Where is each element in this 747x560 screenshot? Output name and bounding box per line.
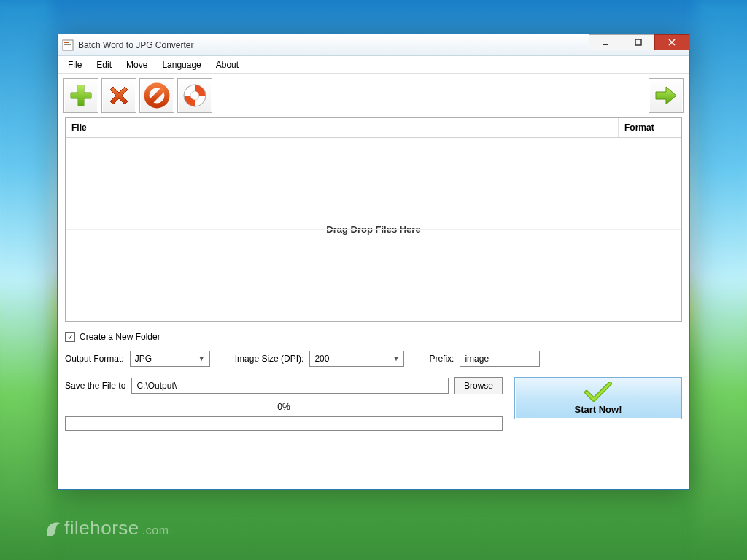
window-controls (589, 34, 689, 55)
next-button[interactable] (649, 78, 684, 113)
minimize-button[interactable] (589, 34, 622, 50)
output-format-select[interactable]: JPG ▼ (130, 351, 210, 367)
save-to-label: Save the File to (65, 381, 125, 391)
svg-point-9 (190, 91, 199, 100)
menu-file[interactable]: File (61, 58, 89, 72)
checkbox-icon: ✓ (65, 332, 75, 342)
help-button[interactable] (177, 78, 212, 113)
svg-rect-5 (635, 39, 641, 45)
output-format-value: JPG (135, 354, 152, 364)
lifebuoy-icon (182, 82, 208, 109)
column-format[interactable]: Format (619, 118, 681, 137)
app-window: Batch Word to JPG Converter File Edit Mo… (57, 34, 690, 490)
filehorse-icon (44, 520, 61, 537)
chevron-down-icon: ▼ (392, 355, 399, 362)
arrow-right-icon (653, 82, 679, 109)
svg-line-7 (150, 89, 163, 102)
watermark: filehorse.com (44, 517, 169, 540)
menu-move[interactable]: Move (119, 58, 155, 72)
svg-rect-1 (64, 42, 69, 43)
menubar: File Edit Move Language About (58, 56, 689, 74)
start-button-label: Start Now! (575, 404, 622, 415)
prefix-input[interactable] (460, 351, 540, 367)
maximize-icon (635, 39, 642, 46)
svg-rect-2 (64, 44, 71, 45)
file-list-dropzone[interactable]: Drag Drop Files Here (66, 138, 681, 321)
x-icon (106, 82, 132, 109)
watermark-text: filehorse (64, 517, 139, 540)
browse-button[interactable]: Browse (454, 377, 503, 394)
menu-language[interactable]: Language (155, 58, 208, 72)
prefix-label: Prefix: (429, 354, 454, 364)
app-icon (62, 39, 74, 51)
maximize-button[interactable] (622, 34, 655, 50)
plus-icon (68, 82, 94, 109)
delete-button[interactable] (101, 78, 136, 113)
save-to-input[interactable] (131, 378, 449, 394)
clear-button[interactable] (139, 78, 174, 113)
close-button[interactable] (654, 34, 689, 50)
checkmark-icon (584, 382, 613, 402)
chevron-down-icon: ▼ (198, 355, 205, 362)
output-format-label: Output Format: (65, 354, 124, 364)
minimize-icon (602, 39, 609, 46)
add-button[interactable] (63, 78, 98, 113)
close-icon (668, 39, 676, 46)
image-size-select[interactable]: 200 ▼ (309, 351, 404, 367)
start-button[interactable]: Start Now! (514, 377, 682, 419)
file-list[interactable]: File Format Drag Drop Files Here (65, 117, 682, 322)
svg-rect-4 (603, 44, 608, 45)
titlebar[interactable]: Batch Word to JPG Converter (58, 34, 689, 56)
create-folder-label: Create a New Folder (80, 332, 160, 342)
progress-label: 0% (65, 402, 503, 412)
create-folder-checkbox[interactable]: ✓ Create a New Folder (65, 332, 160, 342)
svg-rect-3 (64, 47, 71, 47)
menu-about[interactable]: About (209, 58, 246, 72)
menu-edit[interactable]: Edit (89, 58, 119, 72)
progress-bar (65, 416, 503, 431)
toolbar (58, 74, 689, 117)
file-list-header: File Format (66, 118, 681, 138)
window-title: Batch Word to JPG Converter (78, 40, 589, 50)
column-file[interactable]: File (66, 118, 619, 137)
image-size-label: Image Size (DPI): (235, 354, 304, 364)
image-size-value: 200 (314, 354, 329, 364)
watermark-suffix: .com (142, 524, 169, 537)
no-icon (144, 82, 170, 109)
dropzone-placeholder: Drag Drop Files Here (326, 224, 420, 235)
